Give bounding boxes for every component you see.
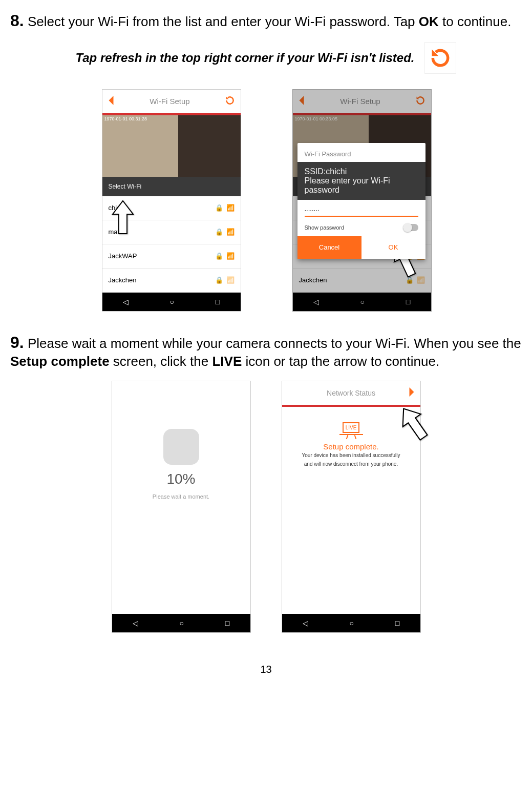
camera-preview-left: 1970-01-01 00:31:28	[102, 115, 241, 177]
dialog-ssid: SSID:chichi	[305, 167, 418, 176]
phone-wifi-list: Wi-Fi Setup 1970-01-01 00:31:28 Select W…	[102, 89, 241, 312]
refresh-hint-text: Tap refresh in the top right corner if y…	[76, 50, 415, 66]
wifi-item-matt[interactable]: matt 🔒 📶	[102, 220, 241, 244]
lock-icon: 🔒	[215, 204, 223, 212]
page-number: 13	[10, 664, 522, 675]
wifi-name: chichi	[109, 204, 125, 212]
lock-icon: 🔒	[215, 276, 223, 284]
cancel-button[interactable]: Cancel	[297, 236, 361, 259]
nav-recent-icon[interactable]: □	[395, 619, 399, 627]
nav-recent-icon[interactable]: □	[225, 619, 229, 627]
wifi-item-jackchen[interactable]: Jackchen 🔒 📶	[102, 269, 241, 293]
phone-wifi-password: Wi-Fi Setup 1970-01-01 00:33:05 c🔒📶 m🔒📶 …	[292, 89, 431, 312]
step-8-text: 8. Select your Wi-Fi from the list and e…	[10, 10, 522, 32]
phone-connecting: 10% Please wait a moment. ◁ ○ □	[112, 381, 251, 633]
wifi-name: matt	[109, 228, 121, 236]
header-title-left: Wi-Fi Setup	[150, 97, 189, 106]
tv-stand-icon	[339, 434, 363, 438]
progress-percent: 10%	[166, 471, 195, 487]
wifi-password-dialog: Wi-Fi Password SSID:chichi Please enter …	[297, 143, 425, 259]
wifi-status-icons: 🔒 📶	[215, 228, 235, 236]
android-nav-bar: ◁ ○ □	[282, 614, 420, 632]
refresh-hint-row: Tap refresh in the top right corner if y…	[10, 42, 522, 74]
step8-txt-a: Select your Wi-Fi from the list and ente…	[24, 14, 419, 29]
step-9-number: 9.	[10, 333, 24, 352]
step-8: 8. Select your Wi-Fi from the list and e…	[10, 10, 522, 312]
password-input[interactable]: ········	[305, 204, 418, 217]
wifi-icon: 📶	[226, 252, 235, 260]
nav-home-icon[interactable]: ○	[170, 298, 174, 306]
show-password-toggle[interactable]	[403, 224, 418, 231]
nav-back-icon[interactable]: ◁	[133, 619, 138, 627]
android-nav-bar: ◁ ○ □	[293, 293, 431, 311]
lock-icon: 🔒	[215, 228, 223, 236]
wifi-icon: 📶	[226, 204, 235, 212]
ok-button[interactable]: OK	[361, 236, 425, 259]
refresh-icon[interactable]	[225, 95, 235, 107]
android-nav-bar: ◁ ○ □	[102, 293, 241, 311]
wifi-icon: 📶	[226, 276, 235, 284]
next-arrow-icon[interactable]	[408, 387, 415, 398]
wait-text: Please wait a moment.	[153, 493, 209, 500]
step8-bold-ok: OK	[419, 14, 439, 29]
header-title-right: Wi-Fi Setup	[340, 97, 380, 106]
step-8-number: 8.	[10, 11, 24, 30]
dialog-ssid-block: SSID:chichi Please enter your Wi-Fi pass…	[297, 162, 425, 200]
nav-home-icon[interactable]: ○	[180, 619, 184, 627]
nav-back-icon[interactable]: ◁	[123, 298, 129, 306]
wifi-item[interactable]: Jackchen🔒📶	[293, 269, 431, 293]
step-9-text: 9. Please wait a moment while your camer…	[10, 332, 522, 370]
back-icon[interactable]	[108, 96, 115, 107]
wifi-item-chichi[interactable]: chichi 🔒 📶	[102, 196, 241, 220]
step-9: 9. Please wait a moment while your camer…	[10, 332, 522, 633]
wifi-name: Jackchen	[109, 276, 137, 284]
wifi-status-icons: 🔒 📶	[215, 204, 235, 212]
step9-screenshots: 10% Please wait a moment. ◁ ○ □ Network …	[10, 381, 522, 633]
android-nav-bar: ◁ ○ □	[112, 614, 250, 632]
loading-icon	[163, 429, 199, 465]
back-icon[interactable]	[298, 96, 305, 107]
refresh-icon[interactable]	[415, 95, 425, 107]
phone-setup-complete: Network Status LIVE Setup complete. Your…	[282, 381, 421, 633]
preview-timestamp-right: 1970-01-01 00:33:05	[295, 116, 338, 121]
setup-sub-1: Your device has been installed successfu…	[282, 451, 420, 460]
dialog-actions: Cancel OK	[297, 236, 425, 259]
nav-home-icon[interactable]: ○	[350, 619, 354, 627]
refresh-icon-large	[424, 42, 456, 74]
step8-txt-b: to continue.	[439, 14, 512, 29]
nav-back-icon[interactable]: ◁	[313, 298, 319, 306]
refresh-icon	[429, 47, 452, 69]
network-status-title: Network Status	[327, 389, 375, 397]
app-header-left: Wi-Fi Setup	[102, 90, 241, 115]
dialog-prompt: Please enter your Wi-Fi password	[305, 176, 418, 195]
nav-recent-icon[interactable]: □	[216, 298, 220, 306]
step8-screenshots: Wi-Fi Setup 1970-01-01 00:31:28 Select W…	[10, 89, 522, 312]
wifi-item-jackwap[interactable]: JackWAP 🔒 📶	[102, 244, 241, 269]
wifi-name: JackWAP	[109, 252, 137, 260]
show-password-label: Show password	[305, 224, 345, 231]
wifi-icon: 📶	[226, 228, 235, 236]
show-password-row: Show password	[297, 221, 425, 236]
lock-icon: 🔒	[215, 252, 223, 260]
live-label: LIVE	[343, 422, 360, 433]
dialog-title: Wi-Fi Password	[297, 143, 425, 162]
preview-timestamp: 1970-01-01 00:31:28	[104, 116, 147, 121]
live-icon[interactable]: LIVE	[339, 422, 363, 438]
setup-sub-2: and will now disconnect from your phone.	[282, 460, 420, 468]
select-wifi-label: Select Wi-Fi	[102, 177, 241, 196]
setup-complete-text: Setup complete.	[282, 442, 420, 451]
nav-home-icon[interactable]: ○	[360, 298, 365, 306]
wifi-status-icons: 🔒 📶	[215, 276, 235, 284]
network-status-header: Network Status	[282, 381, 420, 407]
connecting-content: 10% Please wait a moment.	[112, 381, 250, 547]
nav-recent-icon[interactable]: □	[406, 298, 410, 306]
app-header-right: Wi-Fi Setup	[293, 90, 431, 115]
nav-back-icon[interactable]: ◁	[303, 619, 308, 627]
wifi-status-icons: 🔒 📶	[215, 252, 235, 260]
live-section: LIVE Setup complete. Your device has bee…	[282, 407, 420, 468]
